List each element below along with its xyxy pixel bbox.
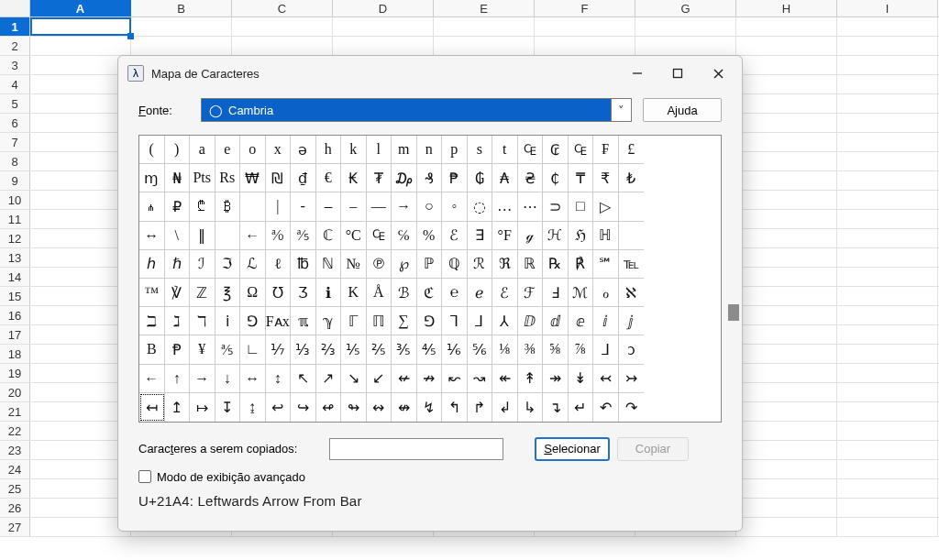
char-cell[interactable]: ℶ <box>139 307 165 335</box>
cell[interactable] <box>736 325 837 344</box>
column-header-A[interactable]: A <box>30 0 131 16</box>
cell[interactable] <box>837 364 938 382</box>
char-cell[interactable]: ℂ <box>316 222 342 250</box>
char-cell[interactable]: □ <box>569 192 594 221</box>
char-cell[interactable]: ∑ <box>392 307 417 335</box>
char-cell[interactable]: ⅇ <box>569 307 594 335</box>
cell[interactable] <box>30 499 131 517</box>
cell[interactable] <box>30 75 131 93</box>
row-header[interactable]: 27 <box>0 518 30 536</box>
char-cell[interactable]: № <box>341 250 367 279</box>
column-header-D[interactable]: D <box>333 0 434 16</box>
char-cell[interactable] <box>619 192 645 221</box>
char-cell[interactable]: ℝ <box>518 250 544 279</box>
row-header[interactable]: 15 <box>0 287 30 305</box>
cell[interactable] <box>736 364 837 382</box>
char-cell[interactable]: ¥ <box>190 335 215 364</box>
scrollbar-thumb[interactable] <box>728 304 739 321</box>
column-header-E[interactable]: E <box>434 0 535 16</box>
row-header[interactable]: 2 <box>0 37 30 55</box>
char-cell[interactable]: ↔ <box>139 222 165 250</box>
char-cell[interactable]: ℯ <box>468 279 493 307</box>
cell[interactable] <box>333 17 434 36</box>
char-cell[interactable]: — <box>367 192 392 221</box>
char-cell[interactable]: ∃ <box>468 222 493 250</box>
char-cell[interactable]: ₹ <box>593 164 619 192</box>
cell[interactable] <box>837 268 938 286</box>
help-button[interactable]: Ajuda <box>643 98 722 122</box>
char-cell[interactable]: ℬ <box>392 279 417 307</box>
column-header-B[interactable]: B <box>131 0 232 16</box>
char-cell[interactable]: ↜ <box>442 365 468 393</box>
char-cell[interactable]: ↠ <box>543 365 569 393</box>
char-cell[interactable]: ↪ <box>291 393 316 422</box>
char-cell[interactable]: ℱ <box>518 279 544 307</box>
cell[interactable] <box>736 499 837 517</box>
advanced-checkbox[interactable] <box>138 470 151 483</box>
cell[interactable] <box>736 114 837 132</box>
char-cell[interactable]: ℥ <box>215 279 241 307</box>
char-cell[interactable]: £ <box>619 136 645 164</box>
column-header-I[interactable]: I <box>837 0 938 16</box>
char-cell[interactable]: ⅞ <box>569 335 594 364</box>
char-cell[interactable]: ª⁄₀ <box>266 222 292 250</box>
close-button[interactable] <box>698 60 738 87</box>
char-cell[interactable]: ← <box>240 222 266 250</box>
char-cell[interactable]: ℑ <box>215 250 241 279</box>
char-cell[interactable]: k <box>341 136 367 164</box>
row-header[interactable]: 4 <box>0 75 30 93</box>
char-cell[interactable]: ↕ <box>266 365 292 393</box>
column-header-F[interactable]: F <box>535 0 635 16</box>
char-cell[interactable]: ₠ <box>518 136 544 164</box>
char-cell[interactable]: x <box>266 136 292 164</box>
cell[interactable] <box>837 94 938 113</box>
row-header[interactable]: 14 <box>0 268 30 286</box>
row-header[interactable]: 26 <box>0 499 30 517</box>
cell[interactable] <box>736 210 837 228</box>
cell[interactable] <box>232 37 333 55</box>
cell[interactable] <box>30 171 131 190</box>
scrollbar[interactable] <box>725 135 742 423</box>
char-cell[interactable]: ™ <box>139 279 165 307</box>
cell[interactable] <box>736 441 837 459</box>
char-cell[interactable]: → <box>392 192 417 221</box>
char-cell[interactable]: ₾ <box>190 192 215 221</box>
char-cell[interactable]: ₣ <box>593 136 619 164</box>
char-cell[interactable]: ◦ <box>442 192 468 221</box>
copy-input[interactable] <box>329 438 503 460</box>
cell[interactable] <box>837 56 938 74</box>
cell[interactable] <box>837 479 938 498</box>
char-cell[interactable]: ↱ <box>468 393 493 422</box>
char-cell[interactable]: ℕ <box>316 250 342 279</box>
char-cell[interactable]: ↙ <box>367 365 392 393</box>
char-cell[interactable]: ↤ <box>139 393 165 422</box>
cell[interactable] <box>837 114 938 132</box>
char-cell[interactable]: ₺ <box>619 164 645 192</box>
char-cell[interactable]: ⅝ <box>543 335 569 364</box>
cell[interactable] <box>635 37 736 55</box>
char-cell[interactable]: ℴ <box>593 279 619 307</box>
char-cell[interactable]: ɱ <box>139 164 165 192</box>
char-cell[interactable]: ↛ <box>417 365 443 393</box>
char-cell[interactable]: … <box>492 192 518 221</box>
cell[interactable] <box>635 17 736 36</box>
char-cell[interactable]: ₠ <box>367 222 392 250</box>
cell[interactable] <box>837 422 938 440</box>
cell[interactable] <box>30 191 131 209</box>
row-header[interactable]: 9 <box>0 171 30 190</box>
char-cell[interactable]: – <box>341 192 367 221</box>
cell[interactable] <box>30 345 131 363</box>
char-cell[interactable]: ⅃ <box>593 335 619 364</box>
char-cell[interactable]: ↵ <box>569 393 594 422</box>
char-cell[interactable]: ⅰ <box>215 307 241 335</box>
char-cell[interactable]: ↮ <box>392 393 417 422</box>
char-cell[interactable]: ℚ <box>442 250 468 279</box>
char-cell[interactable]: ↔ <box>240 365 266 393</box>
char-cell[interactable]: ↗ <box>316 365 342 393</box>
char-cell[interactable]: ▷ <box>593 192 619 221</box>
row-header[interactable]: 10 <box>0 191 30 209</box>
char-cell[interactable]: ₱ <box>442 164 468 192</box>
character-grid[interactable]: ()aeoxəhklmnpst₠₢₠₣£ɱ₦PtsRs₩₪₫€₭₮₯₰₱₲₳₴₵… <box>138 135 722 423</box>
char-cell[interactable]: ◌ <box>468 192 493 221</box>
char-cell[interactable]: ○ <box>417 192 443 221</box>
